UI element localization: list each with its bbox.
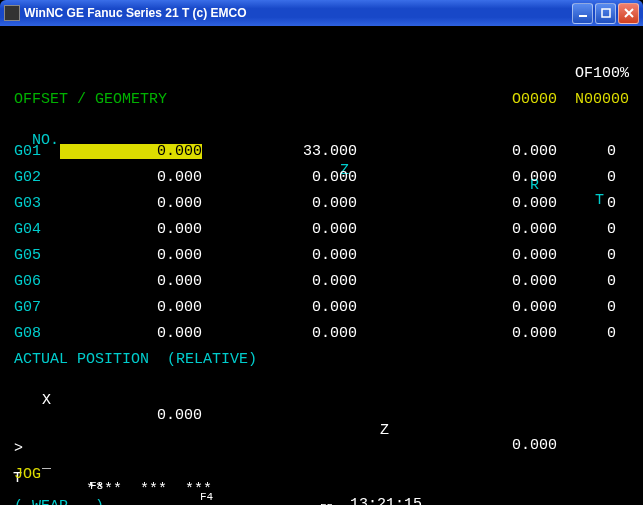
row-r: 0.000 xyxy=(415,300,557,315)
row-r: 0.000 xyxy=(415,222,557,237)
row-z: 0.000 xyxy=(215,326,357,341)
row-no: G08 xyxy=(14,326,41,341)
row-t: 0 xyxy=(570,144,616,159)
softkey-wear[interactable]: ( WEAR ) xyxy=(14,499,104,505)
row-no: G04 xyxy=(14,222,41,237)
window-title: WinNC GE Fanuc Series 21 T (c) EMCO xyxy=(24,6,572,20)
mode-indicators: **** *** *** xyxy=(86,482,212,497)
window-titlebar[interactable]: WinNC GE Fanuc Series 21 T (c) EMCO xyxy=(0,0,643,26)
maximize-button[interactable] xyxy=(595,3,616,24)
cnc-terminal: OF100% OFFSET / GEOMETRY O0000 N00000 NO… xyxy=(0,26,643,505)
row-t: 0 xyxy=(570,196,616,211)
row-z: 0.000 xyxy=(215,196,357,211)
svg-rect-1 xyxy=(602,9,610,17)
row-r: 0.000 xyxy=(415,170,557,185)
row-t: 0 xyxy=(570,222,616,237)
row-x: 0.000 xyxy=(60,248,202,263)
row-t: 0 xyxy=(570,274,616,289)
command-cursor[interactable]: _ xyxy=(42,456,51,471)
row-r: 0.000 xyxy=(415,196,557,211)
row-x: 0.000 xyxy=(60,196,202,211)
row-t: 0 xyxy=(570,300,616,315)
row-r: 0.000 xyxy=(415,326,557,341)
row-r: 0.000 xyxy=(415,144,557,159)
svg-rect-0 xyxy=(579,15,587,17)
row-x: 0.000 xyxy=(60,222,202,237)
row-z: 0.000 xyxy=(215,274,357,289)
row-z: 0.000 xyxy=(215,170,357,185)
row-no: G02 xyxy=(14,170,41,185)
override-status: OF100% xyxy=(575,66,629,81)
row-z: 0.000 xyxy=(215,248,357,263)
program-position: O0000 N00000 xyxy=(512,92,629,107)
row-r: 0.000 xyxy=(415,248,557,263)
row-z: 0.000 xyxy=(215,300,357,315)
row-z: 33.000 xyxy=(215,144,357,159)
row-no: G03 xyxy=(14,196,41,211)
actual-z-label: Z xyxy=(380,423,389,438)
row-t: 0 xyxy=(570,248,616,263)
row-x: 0.000 xyxy=(60,300,202,315)
f4-label: F4 xyxy=(200,492,213,503)
row-no: G01 xyxy=(14,144,41,159)
row-no: G06 xyxy=(14,274,41,289)
actual-position-label: ACTUAL POSITION (RELATIVE) xyxy=(14,352,257,367)
softkey-bar: ( WEAR ) ( GEOM ) ( ) ( ) ( (OPRT) ) xyxy=(0,484,36,505)
f3-label: F3 xyxy=(90,481,103,492)
row-no: G07 xyxy=(14,300,41,315)
close-button[interactable] xyxy=(618,3,639,24)
actual-x-label: X xyxy=(42,393,51,408)
app-icon xyxy=(4,5,20,21)
clock: 13:21:15 xyxy=(350,497,422,505)
actual-x-value: 0.000 xyxy=(60,408,202,423)
row-x: 0.000 xyxy=(60,274,202,289)
actual-z-value: 0.000 xyxy=(415,438,557,453)
row-x-selected[interactable]: 0.000 xyxy=(60,144,202,159)
minimize-button[interactable] xyxy=(572,3,593,24)
row-r: 0.000 xyxy=(415,274,557,289)
row-x: 0.000 xyxy=(60,170,202,185)
screen-title: OFFSET / GEOMETRY xyxy=(14,92,167,107)
row-no: G05 xyxy=(14,248,41,263)
row-x: 0.000 xyxy=(60,326,202,341)
row-t: 0 xyxy=(570,326,616,341)
row-t: 0 xyxy=(570,170,616,185)
row-z: 0.000 xyxy=(215,222,357,237)
